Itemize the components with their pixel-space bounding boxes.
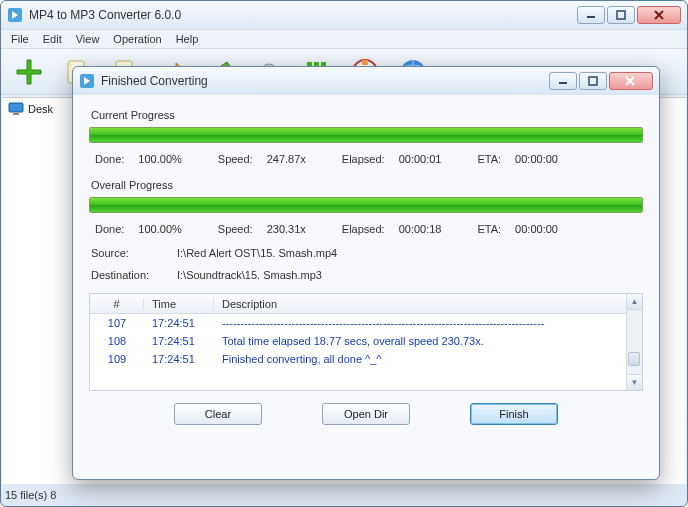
current-progress-bar	[89, 127, 643, 143]
destination-label: Destination:	[91, 269, 157, 281]
dialog-minimize-button[interactable]	[549, 72, 577, 90]
svg-rect-2	[617, 11, 625, 19]
current-stats: Done: 100.00% Speed: 247.87x Elapsed: 00…	[89, 153, 643, 175]
status-text: 15 file(s) 8	[5, 489, 56, 501]
overall-speed-value: 230.31x	[267, 223, 306, 235]
open-dir-button[interactable]: Open Dir	[322, 403, 410, 425]
svg-rect-25	[589, 77, 597, 85]
menu-operation[interactable]: Operation	[113, 33, 161, 45]
log-cell-time: 17:24:51	[144, 317, 214, 329]
dialog-window-controls	[549, 72, 653, 90]
log-cell-num: 108	[90, 335, 144, 347]
add-icon[interactable]	[11, 54, 47, 90]
log-header-time[interactable]: Time	[144, 298, 214, 310]
log-cell-num: 109	[90, 353, 144, 365]
overall-progress-fill	[90, 198, 642, 212]
finish-button[interactable]: Finish	[470, 403, 558, 425]
log-row[interactable]: 109 17:24:51 Finished converting, all do…	[90, 350, 642, 368]
menu-view[interactable]: View	[76, 33, 100, 45]
dialog-titlebar: Finished Converting	[73, 67, 659, 95]
menu-help[interactable]: Help	[176, 33, 199, 45]
scroll-down-icon[interactable]: ▼	[627, 374, 642, 390]
log-scrollbar[interactable]: ▲ ▼	[626, 294, 642, 390]
overall-stats: Done: 100.00% Speed: 230.31x Elapsed: 00…	[89, 223, 643, 245]
current-speed-label: Speed:	[218, 153, 253, 165]
app-icon	[7, 7, 23, 23]
main-titlebar: MP4 to MP3 Converter 6.0.0	[1, 1, 687, 29]
source-label: Source:	[91, 247, 157, 259]
current-elapsed-label: Elapsed:	[342, 153, 385, 165]
statusbar: 15 file(s) 8	[5, 486, 56, 504]
source-row: Source: I:\Red Alert OST\15. Smash.mp4	[89, 245, 643, 261]
log-row[interactable]: 108 17:24:51 Total time elapsed 18.77 se…	[90, 332, 642, 350]
dialog-maximize-button[interactable]	[579, 72, 607, 90]
main-window-controls	[577, 6, 681, 24]
log-header-num[interactable]: #	[90, 298, 144, 310]
dialog-body: Current Progress Done: 100.00% Speed: 24…	[73, 95, 659, 431]
menu-file[interactable]: File	[11, 33, 29, 45]
overall-elapsed-value: 00:00:18	[399, 223, 442, 235]
destination-path: I:\Soundtrack\15. Smash.mp3	[177, 269, 322, 281]
overall-done-label: Done:	[95, 223, 124, 235]
maximize-button[interactable]	[607, 6, 635, 24]
current-progress-label: Current Progress	[91, 109, 643, 121]
log-cell-time: 17:24:51	[144, 353, 214, 365]
monitor-icon	[8, 102, 24, 116]
overall-progress-label: Overall Progress	[91, 179, 643, 191]
log-box: # Time Description 107 17:24:51 --------…	[89, 293, 643, 391]
current-done-label: Done:	[95, 153, 124, 165]
menu-edit[interactable]: Edit	[43, 33, 62, 45]
dialog-app-icon	[79, 73, 95, 89]
tree-item-label: Desk	[28, 103, 53, 115]
log-cell-desc: Finished converting, all done ^_^	[214, 353, 642, 365]
main-title: MP4 to MP3 Converter 6.0.0	[29, 8, 577, 22]
overall-done-value: 100.00%	[138, 223, 181, 235]
current-progress-fill	[90, 128, 642, 142]
log-rows: 107 17:24:51 ---------------------------…	[90, 314, 642, 390]
log-cell-num: 107	[90, 317, 144, 329]
log-cell-desc: Total time elapsed 18.77 secs, overall s…	[214, 335, 642, 347]
overall-eta-label: ETA:	[477, 223, 501, 235]
close-button[interactable]	[637, 6, 681, 24]
scroll-thumb[interactable]	[628, 352, 640, 366]
current-elapsed-value: 00:00:01	[399, 153, 442, 165]
current-done-value: 100.00%	[138, 153, 181, 165]
dialog-title: Finished Converting	[101, 74, 549, 88]
source-path: I:\Red Alert OST\15. Smash.mp4	[177, 247, 337, 259]
overall-progress-bar	[89, 197, 643, 213]
log-row[interactable]: 107 17:24:51 ---------------------------…	[90, 314, 642, 332]
menubar: File Edit View Operation Help	[1, 29, 687, 49]
log-cell-time: 17:24:51	[144, 335, 214, 347]
dialog-close-button[interactable]	[609, 72, 653, 90]
log-header-desc[interactable]: Description	[214, 298, 642, 310]
overall-speed-label: Speed:	[218, 223, 253, 235]
dialog-buttons: Clear Open Dir Finish	[89, 403, 643, 425]
clear-button[interactable]: Clear	[174, 403, 262, 425]
overall-eta-value: 00:00:00	[515, 223, 558, 235]
overall-elapsed-label: Elapsed:	[342, 223, 385, 235]
current-eta-value: 00:00:00	[515, 153, 558, 165]
svg-rect-21	[9, 103, 23, 112]
log-cell-desc: ----------------------------------------…	[214, 317, 642, 329]
log-header: # Time Description	[90, 294, 642, 314]
minimize-button[interactable]	[577, 6, 605, 24]
current-speed-value: 247.87x	[267, 153, 306, 165]
current-eta-label: ETA:	[477, 153, 501, 165]
finished-dialog: Finished Converting Current Progress Don…	[72, 66, 660, 480]
scroll-up-icon[interactable]: ▲	[627, 294, 642, 310]
destination-row: Destination: I:\Soundtrack\15. Smash.mp3	[89, 267, 643, 283]
svg-rect-22	[13, 113, 19, 115]
